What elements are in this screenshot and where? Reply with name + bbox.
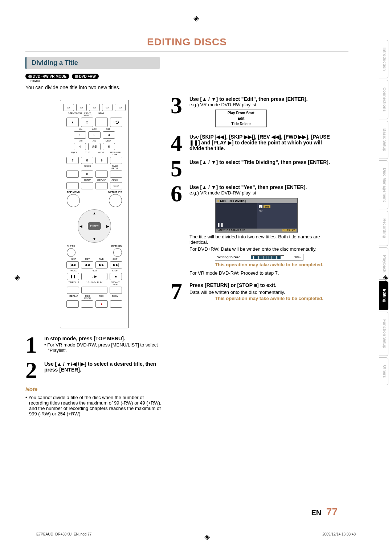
badge-dvd-rw-vr: DVD -RW VR MODE <box>25 74 69 79</box>
menu-item: Play From Start <box>216 110 266 116</box>
step-heading: Use [▲ / ▼/◀ / ▶] to select a desired ti… <box>44 361 156 373</box>
title-dividing-screen: ◆ Edit - Title Dividing ❚❚ 1 Yes No JAN/… <box>215 198 298 233</box>
step-sub: e.g.) VR mode DVD-RW playlist <box>189 190 338 196</box>
tab-connections[interactable]: Connections <box>379 80 388 119</box>
step-sub: e.g.) VR mode DVD-RW playlist <box>189 102 338 107</box>
step-heading: Use [▲ / ▼] to select "Yes", then press … <box>189 184 307 190</box>
page-number: EN 77 <box>18 506 374 518</box>
disc-type-badges: DVD -RW VR MODE DVD +RW Playlist <box>25 73 348 82</box>
step-number: 6 <box>171 184 187 203</box>
tab-introduction[interactable]: Introduction <box>379 40 388 78</box>
step-number: 1 <box>25 336 41 354</box>
step-heading: Use [▲ / ▼] to select "Edit", then press… <box>189 96 308 102</box>
page-title: EDITING DISCS <box>25 36 348 48</box>
warn-text: This operation may take awhile to be com… <box>215 296 338 301</box>
playlist-label: Playlist <box>30 79 348 82</box>
step-post-text: The title will be divided into two new t… <box>189 234 338 245</box>
badge-dvd-plus-rw: DVD +RW <box>72 74 99 79</box>
intro-text: You can divide one title into two new ti… <box>25 85 348 90</box>
tab-basic-setup[interactable]: Basic Setup <box>379 121 388 159</box>
step-post-text: For DVD+RW: Data will be written onto th… <box>189 246 338 252</box>
step-4: 4 Use [SKIP |◀◀], [SKIP ▶▶|], [REV ◀◀], … <box>171 134 338 152</box>
tab-editing[interactable]: Editing <box>379 281 388 310</box>
step-number: 2 <box>25 361 41 379</box>
remote-illustration: ▭▭▭▭▭ OPEN/CLOSEINPUT SELECTHDMI ▲⊙I/⏻ .… <box>60 100 129 328</box>
step-number: 3 <box>171 96 187 115</box>
writing-to-disc-box: Writing to Disc 90% <box>215 254 303 260</box>
step-1: 1 In stop mode, press [TOP MENU]. • For … <box>25 336 163 354</box>
note-text: • You cannot divide a title of the disc … <box>25 395 163 416</box>
footer-file: E7PEAUD_DR430KU_EN.indd 77 <box>36 532 91 541</box>
step-number: 5 <box>171 159 187 178</box>
page-footer: E7PEAUD_DR430KU_EN.indd 77 ◈ 2009/12/14 … <box>18 532 374 541</box>
tab-disc-management[interactable]: Disc Management <box>379 160 388 210</box>
step-heading: In stop mode, press [TOP MENU]. <box>44 336 125 341</box>
step-6: 6 Use [▲ / ▼] to select "Yes", then pres… <box>171 184 338 276</box>
step-post-text: Data will be written onto the disc momen… <box>189 290 338 295</box>
step-bullet: • For VR mode DVD-RW, press [MENU/LIST] … <box>44 342 163 353</box>
step-number: 7 <box>171 282 187 301</box>
footer-timestamp: 2009/12/14 18:33:48 <box>322 532 356 541</box>
step-post-text: For VR mode DVD-RW: Proceed to step 7. <box>189 270 338 276</box>
menu-item: Title Delete <box>216 121 266 127</box>
step-5: 5 Use [▲ / ▼] to select "Title Dividing"… <box>171 159 338 178</box>
side-navigation-tabs: Introduction Connections Basic Setup Dis… <box>379 40 388 385</box>
section-heading: Dividing a Title <box>25 57 160 69</box>
step-2: 2 Use [▲ / ▼/◀ / ▶] to select a desired … <box>25 361 163 379</box>
crop-mark-bottom: ◈ <box>204 532 210 541</box>
tab-recording[interactable]: Recording <box>379 211 388 246</box>
step-number: 4 <box>171 134 187 152</box>
tab-function-setup[interactable]: Function Setup <box>379 312 388 356</box>
warn-text: This operation may take awhile to be com… <box>215 262 338 267</box>
note-heading: Note <box>25 386 163 393</box>
note-box: Note • You cannot divide a title of the … <box>25 386 163 416</box>
step-heading: Use [▲ / ▼] to select "Title Dividing", … <box>189 159 330 165</box>
step-7: 7 Press [RETURN] or [STOP ■] to exit. Da… <box>171 282 338 301</box>
step-heading: Press [RETURN] or [STOP ■] to exit. <box>189 282 277 288</box>
edit-menu-box: Play From Start Edit Title Delete <box>215 110 267 127</box>
tab-playback[interactable]: Playback <box>379 247 388 280</box>
tab-others[interactable]: Others <box>379 357 388 385</box>
step-heading: Use [SKIP |◀◀], [SKIP ▶▶|], [REV ◀◀], [F… <box>189 134 330 151</box>
step-3: 3 Use [▲ / ▼] to select "Edit", then pre… <box>171 96 338 127</box>
menu-item: Edit <box>216 116 266 121</box>
